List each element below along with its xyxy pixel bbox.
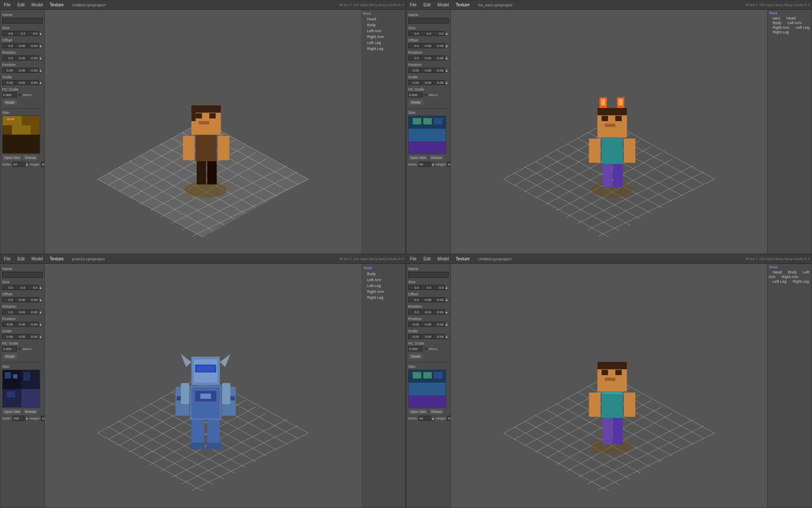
- scale-x-3[interactable]: [2, 334, 14, 339]
- offset-y-2[interactable]: [420, 43, 432, 48]
- pos-x-3[interactable]: [2, 322, 14, 327]
- rot-z-2[interactable]: [433, 55, 444, 61]
- pos-y-3[interactable]: [14, 322, 26, 327]
- offset-y-1[interactable]: [14, 43, 26, 48]
- scale-z-4[interactable]: [433, 334, 444, 339]
- viewport-1[interactable]: [45, 10, 361, 254]
- size-y-3[interactable]: [14, 285, 26, 290]
- size-x-1[interactable]: [2, 31, 14, 36]
- offset-y-3[interactable]: [14, 297, 26, 302]
- size-x-2[interactable]: [408, 31, 420, 36]
- offset-x-4[interactable]: [408, 297, 420, 302]
- viewport-4[interactable]: [451, 264, 767, 508]
- rot-spin-3[interactable]: ▲: [39, 309, 42, 315]
- size-y-1[interactable]: [14, 31, 26, 36]
- menu-texture-3[interactable]: Texture: [48, 256, 66, 262]
- rot-spin-1[interactable]: ▲: [39, 55, 42, 61]
- menu-edit-2[interactable]: Edit: [422, 2, 432, 8]
- size-spin-1[interactable]: ▲: [39, 31, 42, 36]
- size-x-4[interactable]: [408, 285, 420, 290]
- scale-z-2[interactable]: [433, 80, 444, 85]
- width-spin-3[interactable]: ▲: [25, 416, 29, 421]
- scale-y-3[interactable]: [14, 334, 26, 339]
- size-z-1[interactable]: [27, 31, 38, 36]
- open-skin-btn-3[interactable]: Open Skin: [2, 409, 22, 415]
- offset-spin-3[interactable]: ▲: [39, 297, 42, 302]
- pos-y-2[interactable]: [420, 68, 432, 73]
- offset-x-2[interactable]: [408, 43, 420, 48]
- name-input-2[interactable]: [408, 18, 449, 24]
- mirror-checkbox-2[interactable]: [424, 93, 428, 97]
- pos-z-3[interactable]: [27, 322, 38, 327]
- tree-leftleg-4[interactable]: Left Leg: [768, 279, 787, 284]
- menu-model-4[interactable]: Model: [436, 256, 450, 262]
- width-input-1[interactable]: [13, 162, 25, 167]
- width-spin-1[interactable]: ▲: [25, 162, 29, 167]
- pos-z-1[interactable]: [27, 68, 38, 73]
- scale-y-2[interactable]: [420, 80, 432, 85]
- menu-texture-4[interactable]: Texture: [454, 256, 472, 262]
- menu-model-1[interactable]: Model: [30, 2, 44, 8]
- scale-spin-4[interactable]: ▲: [445, 334, 448, 339]
- scale-y-1[interactable]: [14, 80, 26, 85]
- menu-model-2[interactable]: Model: [436, 2, 450, 8]
- mirror-checkbox-3[interactable]: [18, 347, 22, 351]
- hcscale-input-2[interactable]: [408, 92, 423, 97]
- menu-edit-1[interactable]: Edit: [16, 2, 26, 8]
- tree-rightleg-4[interactable]: Right Leg: [788, 279, 810, 284]
- pos-spin-4[interactable]: ▲: [445, 322, 448, 327]
- scale-z-1[interactable]: [27, 80, 38, 85]
- offset-z-4[interactable]: [433, 297, 444, 302]
- mode-btn-3[interactable]: Mode: [2, 353, 18, 360]
- mode-btn-2[interactable]: Mode: [408, 99, 424, 106]
- rot-spin-2[interactable]: ▲: [445, 55, 448, 61]
- size-y-2[interactable]: [420, 31, 432, 36]
- menu-texture-2[interactable]: Texture: [454, 2, 472, 8]
- scale-spin-2[interactable]: ▲: [445, 80, 448, 85]
- scale-z-3[interactable]: [27, 334, 38, 339]
- offset-spin-2[interactable]: ▲: [445, 43, 448, 48]
- rot-y-4[interactable]: [420, 309, 432, 315]
- size-z-3[interactable]: [27, 285, 38, 290]
- pos-x-4[interactable]: [408, 322, 420, 327]
- offset-x-3[interactable]: [2, 297, 14, 302]
- mirror-checkbox-4[interactable]: [424, 347, 428, 351]
- width-spin-2[interactable]: ▲: [431, 162, 435, 167]
- rot-y-3[interactable]: [14, 309, 26, 315]
- scale-y-4[interactable]: [420, 334, 432, 339]
- rot-x-1[interactable]: [2, 55, 14, 61]
- menu-edit-4[interactable]: Edit: [422, 256, 432, 262]
- size-z-4[interactable]: [433, 285, 444, 290]
- tree-leftleg-3[interactable]: Left Leg: [363, 283, 403, 288]
- rot-z-4[interactable]: [433, 309, 444, 315]
- offset-z-2[interactable]: [433, 43, 444, 48]
- tree-leftleg-1[interactable]: Left Leg: [363, 40, 403, 45]
- offset-spin-1[interactable]: ▲: [39, 43, 42, 48]
- hcscale-input-3[interactable]: [2, 346, 17, 351]
- pos-z-4[interactable]: [433, 322, 444, 327]
- mirror-checkbox-1[interactable]: [18, 93, 22, 97]
- mode-btn-1[interactable]: Mode: [2, 99, 18, 106]
- scale-spin-1[interactable]: ▲: [39, 80, 42, 85]
- reload-btn-1[interactable]: Reload: [23, 155, 38, 161]
- menu-file-3[interactable]: File: [2, 256, 12, 262]
- rot-y-1[interactable]: [14, 55, 26, 61]
- reload-btn-3[interactable]: Reload: [23, 409, 38, 415]
- offset-x-1[interactable]: [2, 43, 14, 48]
- menu-file-1[interactable]: File: [2, 2, 12, 8]
- name-input-3[interactable]: [2, 272, 43, 278]
- size-spin-2[interactable]: ▲: [445, 31, 448, 36]
- offset-y-4[interactable]: [420, 297, 432, 302]
- tree-body-1[interactable]: Body: [363, 22, 403, 28]
- rot-z-1[interactable]: [27, 55, 38, 61]
- tree-head-1[interactable]: Head: [363, 17, 403, 22]
- name-input-4[interactable]: [408, 272, 449, 278]
- size-y-4[interactable]: [420, 285, 432, 290]
- tree-body-3[interactable]: Body: [363, 271, 403, 276]
- size-spin-4[interactable]: ▲: [445, 285, 448, 290]
- open-skin-btn-2[interactable]: Open Skin: [408, 155, 428, 161]
- viewport-2[interactable]: [451, 10, 767, 254]
- pos-x-1[interactable]: [2, 68, 14, 73]
- hcscale-input-4[interactable]: [408, 346, 423, 351]
- mode-btn-4[interactable]: Mode: [408, 353, 424, 360]
